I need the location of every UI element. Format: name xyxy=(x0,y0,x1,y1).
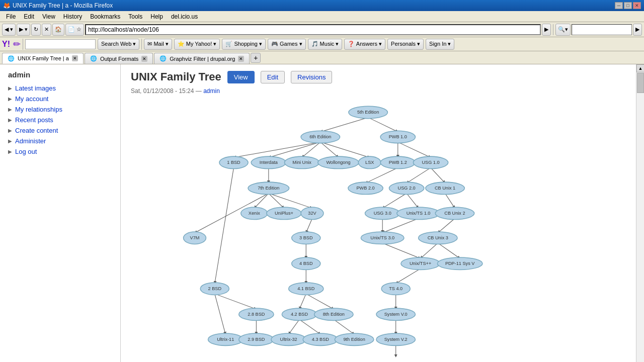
menu-tools[interactable]: Tools xyxy=(124,12,146,21)
tab-icon-1: 🌐 xyxy=(8,55,15,62)
node-label-unixts10: Unix/TS 1.0 xyxy=(407,211,431,216)
music-button[interactable]: 🎵 Music ▾ xyxy=(308,39,343,50)
sidebar-label-recent-posts: Recent posts xyxy=(15,116,53,124)
menu-help[interactable]: Help xyxy=(146,12,167,21)
meta-author[interactable]: admin xyxy=(203,87,220,95)
shopping-button[interactable]: 🛒 Shopping ▾ xyxy=(222,39,266,50)
edge-41bsd-42bsd xyxy=(299,294,306,309)
edge-unixts10-unixts30 xyxy=(382,219,418,233)
back-button[interactable]: ◀ ▾ xyxy=(2,24,16,36)
page-title: UNIX Family Tree xyxy=(131,70,221,83)
mail-button[interactable]: ✉ Mail ▾ xyxy=(144,39,172,50)
tab-unix-family-tree[interactable]: 🌐 UNIX Family Tree | a ✕ xyxy=(2,53,84,64)
arrow-icon-6: ▶ xyxy=(8,138,12,144)
node-label-usg10: USG 1.0 xyxy=(422,160,439,165)
sidebar-item-administer[interactable]: ▶ Administer xyxy=(0,136,120,146)
navbar: ◀ ▾ ▶ ▾ ↻ ✕ 🏠 📄 ☆ http://localhost/a/nod… xyxy=(0,22,644,37)
new-tab-button[interactable]: + xyxy=(251,53,261,63)
sidebar: admin ▶ Latest images ▶ My account ▶ My … xyxy=(0,64,121,362)
node-label-lsx: LSX xyxy=(365,160,374,165)
sidebar-item-log-out[interactable]: ▶ Log out xyxy=(0,146,120,157)
tab-output-formats[interactable]: 🌐 Output Formats ✕ xyxy=(85,53,153,64)
node-label-8th-edition: 8th Edition xyxy=(323,312,345,317)
tab-revisions[interactable]: Revisions xyxy=(291,71,332,83)
yahoo-more-button[interactable]: ✏ xyxy=(13,39,21,50)
sidebar-item-create-content[interactable]: ▶ Create content xyxy=(0,125,120,136)
sidebar-label-administer: Administer xyxy=(15,137,46,145)
edge-cbunix1-cbunix2 xyxy=(445,194,455,209)
edge-pwb10-usg10 xyxy=(398,142,431,158)
meta-separator: — xyxy=(196,87,203,95)
node-label-41bsd: 4.1 BSD xyxy=(297,286,314,291)
arrow-icon-2: ▶ xyxy=(8,96,12,102)
search-engine-button[interactable]: 🔍▾ xyxy=(555,24,571,36)
edge-6ed-lsx xyxy=(320,142,370,158)
titlebar-controls[interactable]: ─ □ ✕ xyxy=(615,2,641,9)
node-label-unixts30: Unix/TS 3.0 xyxy=(370,235,394,240)
search-web-button[interactable]: Search Web ▾ xyxy=(98,39,139,50)
tab-label-1: UNIX Family Tree | a xyxy=(18,55,69,61)
minimize-button[interactable]: ─ xyxy=(615,2,623,9)
node-label-7th-edition: 7th Edition xyxy=(258,186,279,191)
menubar: File Edit View History Bookmarks Tools H… xyxy=(0,11,644,22)
tab-close-2[interactable]: ✕ xyxy=(141,56,147,62)
address-input[interactable]: http://localhost/a/node/106 xyxy=(85,24,541,35)
sidebar-label-create-content: Create content xyxy=(15,127,58,134)
bookmark-button[interactable]: 📄 ☆ xyxy=(65,24,84,36)
signin-button[interactable]: Sign In ▾ xyxy=(426,39,454,50)
menu-view[interactable]: View xyxy=(38,12,59,21)
edge-41bsd-8ed xyxy=(306,294,334,309)
arrow-icon-5: ▶ xyxy=(8,128,12,133)
refresh-button[interactable]: ↻ xyxy=(31,24,41,36)
personals-button[interactable]: Personals ▾ xyxy=(387,39,424,50)
tab-close-3[interactable]: ✕ xyxy=(238,56,244,62)
sidebar-item-recent-posts[interactable]: ▶ Recent posts xyxy=(0,115,120,125)
menu-history[interactable]: History xyxy=(59,12,86,21)
games-button[interactable]: 🎮 Games ▾ xyxy=(268,39,306,50)
nav-separator xyxy=(553,24,553,35)
arrow-icon: ▶ xyxy=(8,85,12,91)
node-label-sysv0: System V.0 xyxy=(384,312,408,317)
node-label-pdp11sysv: PDP-11 Sys V xyxy=(445,261,475,266)
scroll-thumb[interactable] xyxy=(637,73,644,93)
menu-edit[interactable]: Edit xyxy=(20,12,38,21)
myyahoo-button[interactable]: ⭐ My Yahoo! ▾ xyxy=(174,39,220,50)
sidebar-item-my-relationships[interactable]: ▶ My relationships xyxy=(0,104,120,115)
forward-button[interactable]: ▶ ▾ xyxy=(17,24,30,36)
page-title-row: UNIX Family Tree View Edit Revisions xyxy=(131,70,626,83)
sidebar-item-my-account[interactable]: ▶ My account xyxy=(0,94,120,104)
tab-edit[interactable]: Edit xyxy=(261,71,285,83)
tab-icon-2: 🌐 xyxy=(90,55,97,62)
node-label-sysv2: System V.2 xyxy=(384,337,408,342)
tab-view[interactable]: View xyxy=(227,71,255,83)
answers-button[interactable]: ❓ Answers ▾ xyxy=(344,39,385,50)
arrow-icon-3: ▶ xyxy=(8,107,12,112)
edge-usg10-usg20 xyxy=(407,168,431,184)
search-go-button[interactable]: ▶ xyxy=(633,24,642,36)
node-label-5th-edition: 5th Edition xyxy=(357,110,379,115)
search-input[interactable] xyxy=(572,24,632,35)
go-button[interactable]: ▶ xyxy=(542,24,551,36)
tab-close-1[interactable]: ✕ xyxy=(72,55,78,61)
menu-file[interactable]: File xyxy=(2,12,20,21)
edge-32v-3bsd xyxy=(306,219,312,233)
yahoo-search-input[interactable] xyxy=(25,39,96,49)
edge-cbunix3-pdp11 xyxy=(438,243,460,258)
node-label-6th-edition: 6th Edition xyxy=(309,134,331,139)
content-area: UNIX Family Tree View Edit Revisions Sat… xyxy=(121,64,636,362)
edge-8ed-9ed xyxy=(334,319,354,334)
edge-unixts30-unixtspp xyxy=(382,243,420,258)
maximize-button[interactable]: □ xyxy=(624,2,632,9)
sidebar-item-latest-images[interactable]: ▶ Latest images xyxy=(0,83,120,94)
menu-bookmarks[interactable]: Bookmarks xyxy=(86,12,124,21)
tab-graphviz[interactable]: 🌐 Graphviz Filter | drupal.org ✕ xyxy=(154,53,250,64)
edge-5ed-pwb10 xyxy=(368,118,398,132)
yahoo-toolbar: Y! ✏ Search Web ▾ ✉ Mail ▾ ⭐ My Yahoo! ▾… xyxy=(0,37,644,51)
menu-delicious[interactable]: del.icio.us xyxy=(167,12,202,21)
home-button[interactable]: 🏠 xyxy=(52,24,64,36)
scrollbar[interactable]: ▲ xyxy=(636,64,644,362)
close-button[interactable]: ✕ xyxy=(633,2,641,9)
sidebar-label-log-out: Log out xyxy=(15,148,37,155)
scroll-up-button[interactable]: ▲ xyxy=(636,64,644,72)
stop-button[interactable]: ✕ xyxy=(42,24,51,36)
